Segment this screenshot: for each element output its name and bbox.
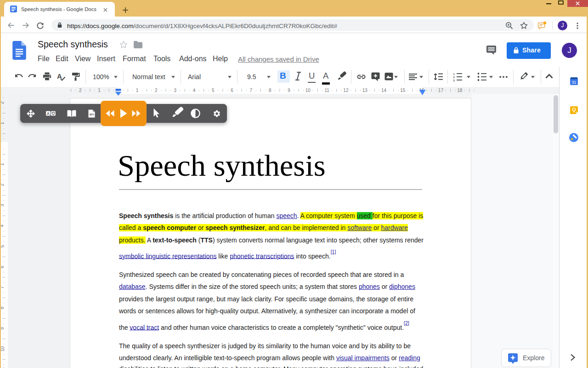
svg-text:14: 14	[381, 88, 387, 93]
svg-text:2: 2	[453, 76, 455, 79]
svg-text:31: 31	[572, 80, 577, 85]
svg-text:4: 4	[193, 88, 196, 93]
svg-text:1: 1	[136, 88, 139, 93]
svg-text:9: 9	[288, 88, 290, 93]
svg-text:17: 17	[438, 88, 444, 93]
svg-text:2: 2	[79, 88, 82, 93]
svg-text:1: 1	[453, 73, 455, 75]
svg-text:MP3: MP3	[90, 114, 94, 116]
svg-text:7: 7	[250, 88, 253, 93]
svg-text:5: 5	[212, 88, 215, 93]
svg-text:A: A	[47, 111, 50, 116]
svg-text:13: 13	[362, 88, 368, 93]
svg-text:10: 10	[305, 88, 311, 93]
svg-text:2: 2	[155, 88, 158, 93]
svg-text:1: 1	[98, 88, 101, 93]
svg-text:8: 8	[269, 88, 271, 93]
svg-text:6: 6	[231, 88, 233, 93]
svg-text:18: 18	[457, 88, 463, 93]
svg-text:15: 15	[400, 88, 406, 93]
svg-text:3: 3	[174, 88, 176, 93]
svg-text:11: 11	[324, 88, 329, 93]
svg-text:12: 12	[343, 88, 349, 93]
